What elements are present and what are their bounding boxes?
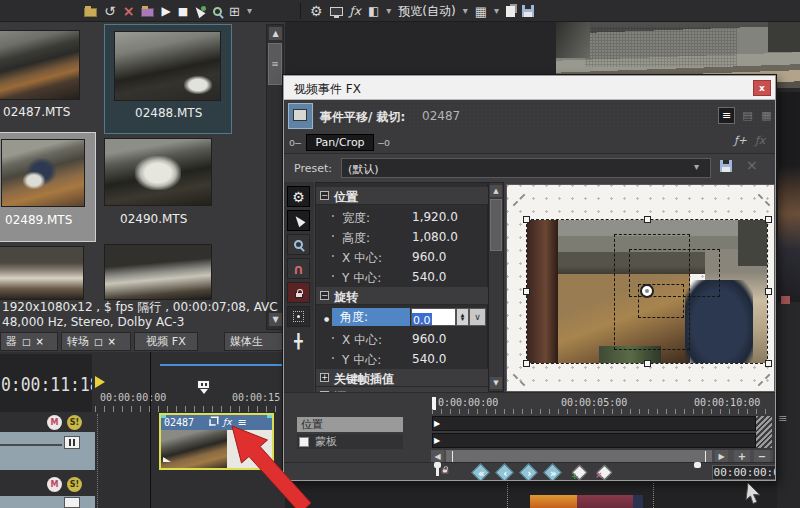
properties-icon[interactable] xyxy=(141,5,154,17)
pan-crop-chip[interactable]: Pan/Crop xyxy=(306,134,374,151)
scrollbar-thumb[interactable] xyxy=(490,199,502,251)
marker-flag-yellow[interactable] xyxy=(95,376,105,388)
thumbnail-02488[interactable] xyxy=(114,31,221,101)
grid-view-large-icon[interactable]: ▦ xyxy=(758,107,775,124)
media-item-label[interactable]: 02490.MTS xyxy=(120,212,187,226)
event-menu-icon[interactable]: ≡ xyxy=(238,417,247,428)
angle-edit-box[interactable]: 0.0 xyxy=(411,308,456,326)
event-fragment-maroon[interactable] xyxy=(577,495,633,508)
window-layout-icon[interactable]: ⊞ xyxy=(229,5,240,18)
keyframe-marker-icon[interactable]: ▶ xyxy=(434,436,440,445)
tab-video-fx[interactable]: 视频 FX xyxy=(134,332,198,351)
kf-timecode-box[interactable]: 00:00:00:00 xyxy=(712,465,776,480)
event-crop-icon[interactable] xyxy=(208,418,217,427)
lock-aspect-icon[interactable] xyxy=(287,282,310,303)
prop-row-rot-xcenter[interactable]: X 中心:960.0 xyxy=(316,329,489,349)
mute-button[interactable]: M xyxy=(47,415,62,430)
timeline-marker-pin[interactable] xyxy=(197,380,210,394)
mask-checkbox[interactable] xyxy=(299,437,309,447)
thumb-edge[interactable] xyxy=(705,451,706,462)
open-project-icon[interactable] xyxy=(84,5,97,17)
event-fragment-orange[interactable] xyxy=(530,495,577,508)
crop-handle-s[interactable] xyxy=(644,360,651,367)
close-tab-icon[interactable]: × xyxy=(36,336,44,347)
close-icon[interactable]: x xyxy=(753,80,771,96)
collapse-icon[interactable]: − xyxy=(320,291,329,300)
media-scrollbar[interactable]: ▲ ≡ ▼ xyxy=(266,24,284,330)
media-scrollbar-thumb[interactable]: ≡ xyxy=(268,43,282,85)
automation-button[interactable] xyxy=(64,436,80,449)
scroll-down-icon[interactable]: ▼ xyxy=(490,377,502,389)
save-snapshot-icon[interactable] xyxy=(522,5,534,17)
tab-trimmer[interactable]: 器 □ × xyxy=(0,332,58,351)
media-item-02489-focused[interactable]: 02489.MTS xyxy=(0,132,96,242)
pan-crop-plugin-icon[interactable] xyxy=(288,103,313,129)
keyframe-marker-icon[interactable]: ▶ xyxy=(434,419,440,428)
sync-cursor-button[interactable] xyxy=(436,466,449,476)
scale-about-center-icon[interactable] xyxy=(287,306,310,327)
preset-combo[interactable]: (默认) ▾ xyxy=(341,158,711,178)
prop-row-height[interactable]: 高度:1,080.0 xyxy=(316,227,489,247)
spin-down-icon[interactable]: ▾ xyxy=(461,317,465,321)
timeline-event-02487[interactable]: 02487 ƒx ≡ xyxy=(159,413,274,470)
event-header[interactable]: 02487 ƒx ≡ xyxy=(161,415,272,430)
mute-button-2[interactable]: M xyxy=(47,477,62,492)
overlay-grid-icon[interactable]: ▦ xyxy=(475,5,487,18)
thumbnail-02490[interactable] xyxy=(104,138,212,206)
edit-cursor-line[interactable] xyxy=(150,352,151,508)
zoom-edit-tool-icon[interactable] xyxy=(287,234,310,255)
layout-dropdown-icon[interactable]: ▾ xyxy=(247,6,252,16)
timecode-display[interactable]: 0:00:11:18 xyxy=(0,354,92,412)
float-icon[interactable]: □ xyxy=(22,337,31,347)
preview-quality-label[interactable]: 预览(自动) xyxy=(398,5,455,17)
track-fader-line[interactable] xyxy=(0,444,62,446)
expand-icon[interactable]: + xyxy=(320,373,329,382)
center-rotation-handle[interactable] xyxy=(640,284,654,298)
stop-icon[interactable]: ■ xyxy=(178,6,188,17)
prop-row-width[interactable]: 宽度:1,920.0 xyxy=(316,207,489,227)
preset-dropdown-icon[interactable]: ▾ xyxy=(694,162,699,172)
tab-media-generators[interactable]: 媒体生 xyxy=(224,332,285,351)
split-dropdown-icon[interactable]: ▾ xyxy=(386,6,391,16)
video-fx-icon[interactable]: ƒx xyxy=(350,5,361,17)
next-keyframe-button[interactable]: › xyxy=(519,463,537,481)
section-keyframe-interp[interactable]: + 关键帧插值 xyxy=(316,369,489,387)
play-icon[interactable]: ▶ xyxy=(161,5,170,17)
scroll-up-icon[interactable]: ▲ xyxy=(490,185,502,197)
kf-lane-mask[interactable]: ▶ xyxy=(432,433,756,448)
loop-region-bar[interactable] xyxy=(160,364,285,366)
save-preset-icon[interactable] xyxy=(720,160,732,172)
track-header-1[interactable] xyxy=(0,432,95,470)
section-position[interactable]: − 位置 xyxy=(316,187,489,205)
properties-scrollbar[interactable]: ▲ ▼ xyxy=(488,182,504,392)
angle-spinner[interactable]: ▴ ▾ xyxy=(456,308,469,326)
prop-row-ycenter[interactable]: Y 中心:540.0 xyxy=(316,267,489,287)
media-item-label[interactable]: 02489.MTS xyxy=(5,213,72,227)
panel-grip-icon[interactable]: ≡ xyxy=(778,413,787,424)
thumbnail-partial-1[interactable] xyxy=(0,246,84,300)
grid-dropdown-icon[interactable]: ▾ xyxy=(494,6,499,16)
add-fx-icon[interactable]: ƒ+ xyxy=(734,135,747,146)
prev-keyframe-button[interactable]: ‹ xyxy=(495,463,513,481)
pancrop-workspace[interactable] xyxy=(506,184,775,392)
kf-track-position[interactable]: 位置 xyxy=(297,417,403,432)
crop-handle-ne[interactable] xyxy=(765,216,772,223)
move-freely-icon[interactable]: ╋ xyxy=(287,330,310,351)
preview-dropdown-icon[interactable]: ▾ xyxy=(463,6,468,16)
crop-handle-w[interactable] xyxy=(523,288,530,295)
first-keyframe-button[interactable]: « xyxy=(471,463,489,481)
device-monitor-icon[interactable] xyxy=(330,7,343,16)
prop-row-xcenter[interactable]: X 中心:960.0 xyxy=(316,247,489,267)
crop-handle-se[interactable] xyxy=(765,360,772,367)
event-fx-icon[interactable]: ƒx xyxy=(223,418,232,427)
thumbnail-02487[interactable] xyxy=(0,30,80,100)
media-item-label[interactable]: 02488.MTS xyxy=(135,106,202,120)
prop-row-rot-ycenter[interactable]: Y 中心:540.0 xyxy=(316,349,489,369)
kf-ruler[interactable]: 0:00:00:00 00:00:05:00 00:00:10:00 xyxy=(432,395,773,415)
snap-magnet-icon[interactable]: ∩ xyxy=(287,258,310,279)
solo-button[interactable]: S! xyxy=(67,415,82,430)
remove-fx-icon[interactable]: ƒx xyxy=(755,135,765,146)
list-view-icon[interactable]: ≡ xyxy=(718,107,735,124)
angle-label-cell[interactable]: 角度: xyxy=(332,308,410,326)
grid-view-small-icon[interactable]: ▤ xyxy=(739,107,756,124)
